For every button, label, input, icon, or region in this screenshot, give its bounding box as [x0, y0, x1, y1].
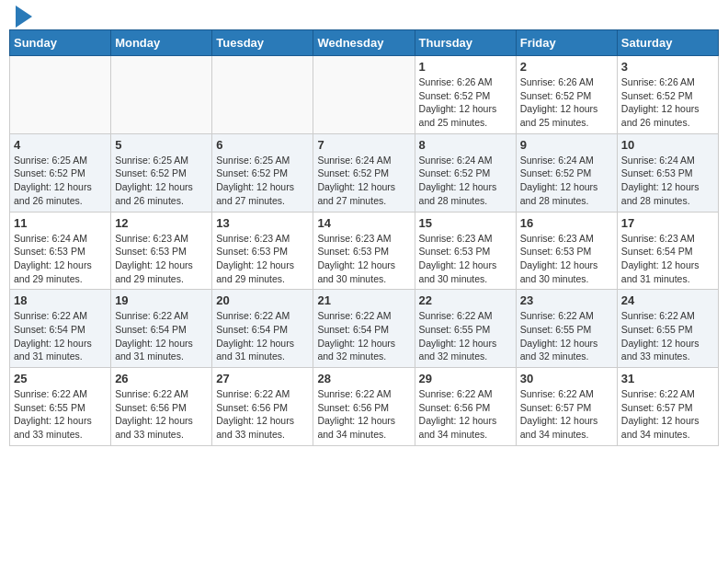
- day-info: Sunrise: 6:24 AM Sunset: 6:52 PM Dayligh…: [419, 154, 512, 208]
- day-info: Sunrise: 6:23 AM Sunset: 6:53 PM Dayligh…: [115, 232, 208, 286]
- day-info: Sunrise: 6:23 AM Sunset: 6:53 PM Dayligh…: [317, 232, 410, 286]
- day-info: Sunrise: 6:22 AM Sunset: 6:56 PM Dayligh…: [216, 387, 309, 442]
- calendar-cell: 2Sunrise: 6:26 AM Sunset: 6:52 PM Daylig…: [516, 56, 617, 134]
- day-number: 17: [621, 216, 714, 230]
- calendar-cell: 16Sunrise: 6:23 AM Sunset: 6:53 PM Dayli…: [516, 212, 617, 290]
- day-info: Sunrise: 6:22 AM Sunset: 6:57 PM Dayligh…: [520, 387, 613, 442]
- day-info: Sunrise: 6:25 AM Sunset: 6:52 PM Dayligh…: [216, 154, 309, 208]
- day-info: Sunrise: 6:22 AM Sunset: 6:55 PM Dayligh…: [520, 309, 613, 363]
- page-header: [9, 9, 719, 22]
- calendar-cell: 29Sunrise: 6:22 AM Sunset: 6:56 PM Dayli…: [415, 368, 516, 446]
- day-info: Sunrise: 6:23 AM Sunset: 6:53 PM Dayligh…: [419, 232, 512, 286]
- calendar-cell: 1Sunrise: 6:26 AM Sunset: 6:52 PM Daylig…: [415, 56, 516, 134]
- day-number: 27: [216, 372, 309, 385]
- calendar-cell: 19Sunrise: 6:22 AM Sunset: 6:54 PM Dayli…: [111, 290, 212, 368]
- calendar-cell: 7Sunrise: 6:24 AM Sunset: 6:52 PM Daylig…: [313, 133, 415, 212]
- calendar-cell: 3Sunrise: 6:26 AM Sunset: 6:52 PM Daylig…: [617, 56, 718, 134]
- calendar-cell: [313, 56, 415, 134]
- calendar-week-row: 25Sunrise: 6:22 AM Sunset: 6:55 PM Dayli…: [10, 368, 719, 446]
- calendar-cell: 25Sunrise: 6:22 AM Sunset: 6:55 PM Dayli…: [10, 368, 111, 446]
- day-info: Sunrise: 6:26 AM Sunset: 6:52 PM Dayligh…: [520, 75, 613, 130]
- calendar-cell: 31Sunrise: 6:22 AM Sunset: 6:57 PM Dayli…: [617, 368, 718, 446]
- calendar-cell: 18Sunrise: 6:22 AM Sunset: 6:54 PM Dayli…: [10, 290, 111, 368]
- day-number: 15: [419, 216, 512, 230]
- day-number: 21: [317, 293, 410, 307]
- day-number: 9: [520, 138, 613, 152]
- weekday-header-thursday: Thursday: [415, 30, 516, 56]
- day-info: Sunrise: 6:24 AM Sunset: 6:52 PM Dayligh…: [520, 154, 613, 208]
- calendar-cell: 5Sunrise: 6:25 AM Sunset: 6:52 PM Daylig…: [111, 133, 212, 212]
- day-number: 23: [520, 293, 613, 307]
- day-info: Sunrise: 6:23 AM Sunset: 6:53 PM Dayligh…: [216, 232, 309, 286]
- calendar-cell: 10Sunrise: 6:24 AM Sunset: 6:53 PM Dayli…: [617, 133, 718, 212]
- day-number: 26: [115, 372, 208, 385]
- calendar-cell: 4Sunrise: 6:25 AM Sunset: 6:52 PM Daylig…: [10, 133, 111, 212]
- day-info: Sunrise: 6:22 AM Sunset: 6:55 PM Dayligh…: [621, 309, 714, 363]
- day-info: Sunrise: 6:22 AM Sunset: 6:57 PM Dayligh…: [621, 387, 714, 442]
- day-number: 31: [621, 372, 714, 385]
- calendar-cell: 20Sunrise: 6:22 AM Sunset: 6:54 PM Dayli…: [212, 290, 313, 368]
- calendar-week-row: 11Sunrise: 6:24 AM Sunset: 6:53 PM Dayli…: [10, 212, 719, 290]
- calendar-cell: 22Sunrise: 6:22 AM Sunset: 6:55 PM Dayli…: [415, 290, 516, 368]
- calendar-week-row: 18Sunrise: 6:22 AM Sunset: 6:54 PM Dayli…: [10, 290, 719, 368]
- day-number: 5: [115, 138, 208, 152]
- calendar-cell: 27Sunrise: 6:22 AM Sunset: 6:56 PM Dayli…: [212, 368, 313, 446]
- day-number: 20: [216, 293, 309, 307]
- day-info: Sunrise: 6:24 AM Sunset: 6:52 PM Dayligh…: [317, 154, 410, 208]
- day-number: 2: [520, 60, 613, 74]
- day-info: Sunrise: 6:24 AM Sunset: 6:53 PM Dayligh…: [14, 232, 107, 286]
- day-number: 16: [520, 216, 613, 230]
- day-info: Sunrise: 6:24 AM Sunset: 6:53 PM Dayligh…: [621, 154, 714, 208]
- day-number: 19: [115, 293, 208, 307]
- calendar-cell: 8Sunrise: 6:24 AM Sunset: 6:52 PM Daylig…: [415, 133, 516, 212]
- day-info: Sunrise: 6:22 AM Sunset: 6:54 PM Dayligh…: [317, 309, 410, 363]
- day-number: 14: [317, 216, 410, 230]
- calendar-cell: [212, 56, 313, 134]
- calendar-cell: 23Sunrise: 6:22 AM Sunset: 6:55 PM Dayli…: [516, 290, 617, 368]
- day-number: 29: [419, 372, 512, 385]
- day-info: Sunrise: 6:25 AM Sunset: 6:52 PM Dayligh…: [115, 154, 208, 208]
- day-number: 8: [419, 138, 512, 152]
- day-number: 24: [621, 293, 714, 307]
- weekday-header-tuesday: Tuesday: [212, 30, 313, 56]
- weekday-header-wednesday: Wednesday: [313, 30, 415, 56]
- calendar-week-row: 1Sunrise: 6:26 AM Sunset: 6:52 PM Daylig…: [10, 56, 719, 134]
- weekday-header-friday: Friday: [516, 30, 617, 56]
- logo-arrow-icon: [16, 6, 32, 28]
- day-number: 11: [14, 216, 107, 230]
- calendar-cell: 26Sunrise: 6:22 AM Sunset: 6:56 PM Dayli…: [111, 368, 212, 446]
- day-info: Sunrise: 6:22 AM Sunset: 6:56 PM Dayligh…: [115, 387, 208, 442]
- calendar-cell: [10, 56, 111, 134]
- day-number: 13: [216, 216, 309, 230]
- day-number: 4: [14, 138, 107, 152]
- logo: [13, 9, 32, 22]
- day-number: 6: [216, 138, 309, 152]
- day-info: Sunrise: 6:22 AM Sunset: 6:54 PM Dayligh…: [14, 309, 107, 363]
- calendar-cell: 12Sunrise: 6:23 AM Sunset: 6:53 PM Dayli…: [111, 212, 212, 290]
- calendar-cell: 21Sunrise: 6:22 AM Sunset: 6:54 PM Dayli…: [313, 290, 415, 368]
- day-number: 10: [621, 138, 714, 152]
- weekday-header-row: SundayMondayTuesdayWednesdayThursdayFrid…: [10, 30, 719, 56]
- day-info: Sunrise: 6:22 AM Sunset: 6:55 PM Dayligh…: [14, 387, 107, 442]
- day-info: Sunrise: 6:26 AM Sunset: 6:52 PM Dayligh…: [419, 75, 512, 130]
- calendar-week-row: 4Sunrise: 6:25 AM Sunset: 6:52 PM Daylig…: [10, 133, 719, 212]
- day-info: Sunrise: 6:22 AM Sunset: 6:54 PM Dayligh…: [115, 309, 208, 363]
- day-number: 3: [621, 60, 714, 74]
- weekday-header-saturday: Saturday: [617, 30, 718, 56]
- day-number: 12: [115, 216, 208, 230]
- day-info: Sunrise: 6:22 AM Sunset: 6:55 PM Dayligh…: [419, 309, 512, 363]
- calendar-cell: 28Sunrise: 6:22 AM Sunset: 6:56 PM Dayli…: [313, 368, 415, 446]
- calendar-cell: 15Sunrise: 6:23 AM Sunset: 6:53 PM Dayli…: [415, 212, 516, 290]
- calendar-cell: 9Sunrise: 6:24 AM Sunset: 6:52 PM Daylig…: [516, 133, 617, 212]
- calendar-cell: 13Sunrise: 6:23 AM Sunset: 6:53 PM Dayli…: [212, 212, 313, 290]
- day-info: Sunrise: 6:23 AM Sunset: 6:53 PM Dayligh…: [520, 232, 613, 286]
- day-number: 25: [14, 372, 107, 385]
- day-number: 7: [317, 138, 410, 152]
- weekday-header-sunday: Sunday: [10, 30, 111, 56]
- day-number: 28: [317, 372, 410, 385]
- day-number: 22: [419, 293, 512, 307]
- day-info: Sunrise: 6:22 AM Sunset: 6:56 PM Dayligh…: [419, 387, 512, 442]
- day-info: Sunrise: 6:25 AM Sunset: 6:52 PM Dayligh…: [14, 154, 107, 208]
- day-number: 18: [14, 293, 107, 307]
- day-info: Sunrise: 6:22 AM Sunset: 6:54 PM Dayligh…: [216, 309, 309, 363]
